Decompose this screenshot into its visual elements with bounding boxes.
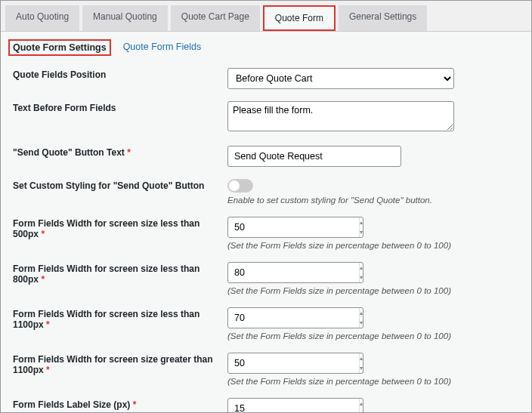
subtab-quote-form-fields[interactable]: Quote Form Fields (122, 39, 203, 56)
label-width-500: Form Fields Width for screen size less t… (8, 211, 227, 256)
hint-width-1100: (Set the Form Fields size in percentage … (227, 331, 524, 341)
spinner-icon[interactable]: ▴▾ (359, 353, 363, 373)
label-width-1100: Form Fields Width for screen size less t… (8, 301, 227, 347)
settings-page: Auto Quoting Manual Quoting Quote Cart P… (0, 0, 532, 413)
textarea-text-before-form[interactable]: Please fill the form. (227, 101, 454, 131)
input-width-500[interactable] (228, 222, 359, 233)
tab-manual-quoting[interactable]: Manual Quoting (82, 5, 168, 31)
label-custom-styling: Set Custom Styling for "Send Quote" Butt… (8, 173, 227, 211)
spinner-icon[interactable]: ▴▾ (359, 263, 363, 282)
label-button-text: "Send Quote" Button Text * (8, 140, 227, 173)
select-quote-fields-position[interactable]: Before Quote Cart (227, 68, 454, 89)
label-width-gt1100: Form Fields Width for screen size greate… (8, 347, 227, 392)
label-width-800: Form Fields Width for screen size less t… (8, 256, 227, 301)
hint-width-gt1100: (Set the Form Fields size in percentage … (227, 377, 524, 386)
tab-auto-quoting[interactable]: Auto Quoting (5, 5, 79, 31)
sub-tab-bar: Quote Form Settings Quote Form Fields (8, 36, 524, 62)
hint-width-500: (Set the Form Fields size in percentage … (227, 241, 524, 250)
hint-custom-styling: Enable to set custom styling for "Send Q… (227, 196, 524, 205)
tab-quote-cart-page[interactable]: Quote Cart Page (171, 5, 260, 31)
spinner-icon[interactable]: ▴▾ (359, 399, 363, 413)
form-settings-table: Quote Fields Position Before Quote Cart … (8, 62, 524, 413)
stepper-label-size[interactable]: ▴▾ (227, 398, 363, 413)
spinner-icon[interactable]: ▴▾ (359, 217, 363, 237)
spinner-icon[interactable]: ▴▾ (359, 308, 363, 328)
stepper-width-800[interactable]: ▴▾ (227, 262, 363, 283)
stepper-width-gt1100[interactable]: ▴▾ (227, 353, 363, 374)
label-label-size: Form Fields Label Size (px) * (8, 392, 227, 413)
input-send-quote-button-text[interactable] (227, 146, 401, 167)
tab-quote-form[interactable]: Quote Form (263, 5, 336, 31)
label-text-before: Text Before Form Fields (8, 95, 227, 140)
label-position: Quote Fields Position (8, 62, 227, 95)
tab-general-settings[interactable]: General Settings (339, 5, 427, 31)
input-label-size[interactable] (228, 403, 359, 413)
toggle-custom-styling[interactable] (227, 179, 253, 193)
quote-form-panel: Quote Form Settings Quote Form Fields Qu… (1, 31, 531, 413)
input-width-gt1100[interactable] (228, 358, 359, 368)
input-width-800[interactable] (228, 267, 359, 278)
hint-width-800: (Set the Form Fields size in percentage … (227, 286, 524, 295)
subtab-quote-form-settings[interactable]: Quote Form Settings (8, 39, 111, 56)
main-tab-bar: Auto Quoting Manual Quoting Quote Cart P… (1, 1, 531, 31)
stepper-width-500[interactable]: ▴▾ (227, 217, 363, 238)
input-width-1100[interactable] (228, 313, 359, 323)
stepper-width-1100[interactable]: ▴▾ (227, 307, 363, 328)
